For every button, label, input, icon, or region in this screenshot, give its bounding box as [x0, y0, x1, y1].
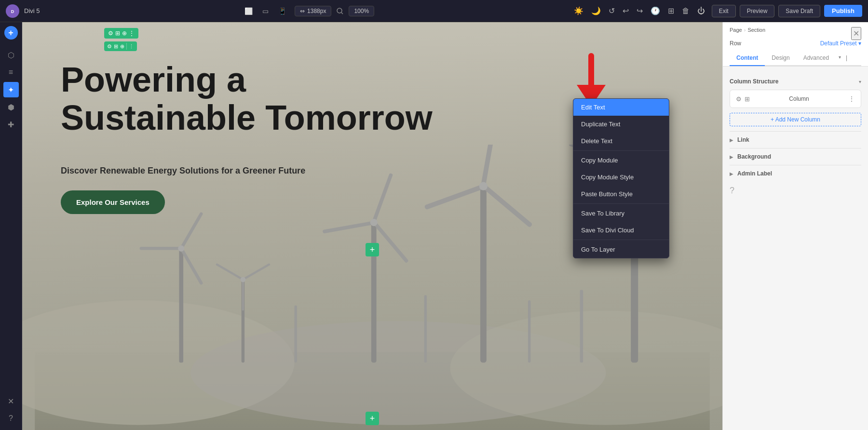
svg-rect-10	[180, 248, 203, 285]
tab-cursor: |	[844, 51, 849, 65]
sidebar-modules-btn[interactable]: ≡	[3, 65, 19, 80]
ctx-go-to-layer[interactable]: Go To Layer	[573, 241, 669, 258]
row-more-icon[interactable]: ⋮	[129, 30, 135, 37]
module-duplicate-icon[interactable]: ⊞	[114, 43, 118, 50]
row-toolbar: ⚙ ⊞ ⊕ ⋮	[104, 28, 138, 39]
row-settings-icon[interactable]: ⚙	[108, 30, 113, 37]
column-row: ⚙ ⊞ Column ⋮	[736, 95, 855, 103]
svg-rect-16	[216, 263, 244, 281]
sidebar-search-btn[interactable]: ⬢	[3, 99, 19, 115]
link-label: Link	[737, 136, 861, 143]
exit-button[interactable]: Exit	[712, 5, 736, 17]
add-row-button[interactable]: +	[366, 243, 379, 256]
layout-icon[interactable]: ⊞	[666, 4, 676, 17]
svg-rect-9	[180, 212, 203, 249]
history-icon[interactable]: 🕐	[649, 4, 662, 17]
ctx-duplicate-text[interactable]: Duplicate Text	[573, 116, 669, 133]
ctx-delete-text[interactable]: Delete Text	[573, 133, 669, 149]
hero-cta-button[interactable]: Explore Our Services	[61, 190, 165, 214]
row-duplicate-icon[interactable]: ⊞	[115, 30, 120, 37]
link-section[interactable]: ▶ Link	[730, 131, 861, 148]
sidebar-help-btn[interactable]: ?	[3, 411, 19, 426]
redo-icon[interactable]: ↪	[635, 4, 645, 17]
ctx-paste-button-style[interactable]: Paste Button Style	[573, 186, 669, 202]
hero-subtitle: Discover Renewable Energy Solutions for …	[61, 166, 350, 176]
desktop-btn[interactable]: ⬜	[241, 5, 256, 17]
add-new-column-button[interactable]: + Add New Column	[730, 113, 861, 126]
panel-body: Column Structure ▾ ⚙ ⊞ Column ⋮ + Add Ne…	[723, 67, 868, 430]
module-more-icon[interactable]: ⋮	[129, 43, 134, 50]
ctx-divider-2	[573, 203, 669, 204]
tab-design[interactable]: Design	[765, 51, 796, 66]
panel-row-area: Row Default Preset ▾	[730, 40, 861, 47]
preview-button[interactable]: Preview	[740, 5, 775, 17]
context-menu: Edit Text Duplicate Text Delete Text Cop…	[573, 98, 669, 258]
svg-rect-34	[424, 295, 427, 363]
ctx-save-to-library[interactable]: Save To Library	[573, 205, 669, 222]
add-element-button[interactable]: +	[4, 26, 18, 40]
tab-more-arrow[interactable]: ▾	[836, 51, 844, 65]
svg-rect-11	[140, 247, 181, 250]
hero-section: ⚙ ⊞ ⊕ ⋮ ⚙ ⊞ ⊕ ⋮ Powering a Sustainable T…	[22, 22, 722, 430]
add-section-button[interactable]: +	[366, 412, 379, 425]
device-buttons: ⬜ ▭ 📱	[241, 5, 290, 17]
topbar-right-buttons: Exit Preview Save Draft Publish	[712, 5, 862, 17]
svg-point-22	[370, 219, 378, 226]
breadcrumb-section[interactable]: Section	[747, 27, 765, 33]
sun-icon[interactable]: ☀️	[572, 4, 585, 17]
svg-text:D: D	[11, 9, 14, 14]
column-icons: ⚙ ⊞	[736, 95, 750, 103]
svg-line-3	[341, 13, 343, 14]
ctx-save-to-cloud[interactable]: Save To Divi Cloud	[573, 222, 669, 239]
undo-history-icon[interactable]: ↺	[607, 4, 617, 17]
column-more-options[interactable]: ⋮	[848, 95, 855, 103]
ctx-copy-module-style[interactable]: Copy Module Style	[573, 169, 669, 186]
sidebar-layout-btn[interactable]: ⬡	[3, 47, 19, 63]
admin-label-section[interactable]: ▶ Admin Label	[730, 165, 861, 182]
sidebar-settings-btn[interactable]: ✚	[3, 117, 19, 132]
tab-content[interactable]: Content	[730, 51, 765, 66]
toolbar-separator	[126, 43, 127, 50]
svg-point-12	[178, 245, 184, 252]
sidebar-active-btn[interactable]: ✦	[3, 82, 19, 97]
left-sidebar: + ⬡ ≡ ✦ ⬢ ✚ ✕ ?	[0, 22, 22, 430]
ctx-copy-module[interactable]: Copy Module	[573, 152, 669, 169]
admin-label-label: Admin Label	[737, 170, 861, 177]
right-panel: Page › Section ✕ Row Default Preset ▾ Co…	[722, 22, 868, 430]
column-structure-section[interactable]: Column Structure ▾	[730, 73, 861, 90]
column-structure-label: Column Structure	[730, 78, 855, 85]
svg-rect-33	[294, 306, 297, 363]
panel-close-button[interactable]: ✕	[851, 27, 861, 40]
column-duplicate-icon[interactable]: ⊞	[745, 95, 750, 103]
sidebar-tools-btn[interactable]: ✕	[3, 393, 19, 409]
save-draft-button[interactable]: Save Draft	[778, 5, 820, 17]
background-arrow: ▶	[730, 154, 733, 160]
panel-row-label: Row	[730, 40, 741, 47]
tab-advanced[interactable]: Advanced	[797, 51, 836, 66]
help-icon[interactable]: ?	[730, 186, 861, 196]
module-settings-icon[interactable]: ⚙	[107, 43, 112, 50]
link-arrow: ▶	[730, 137, 733, 143]
background-section[interactable]: ▶ Background	[730, 148, 861, 165]
row-move-icon[interactable]: ⊕	[122, 30, 127, 37]
app-title: Divi 5	[24, 7, 40, 14]
column-settings-icon[interactable]: ⚙	[736, 95, 742, 103]
panel-tabs: Content Design Advanced ▾ |	[730, 51, 861, 66]
publish-button[interactable]: Publish	[824, 5, 862, 17]
power-icon[interactable]: ⏻	[695, 5, 707, 17]
undo-icon[interactable]: ↩	[621, 4, 631, 17]
width-display: ⇔ 1388px	[295, 6, 331, 16]
svg-rect-20	[373, 221, 409, 263]
moon-icon[interactable]: 🌙	[589, 4, 603, 17]
trash-icon[interactable]: 🗑	[680, 5, 692, 17]
breadcrumb-page[interactable]: Page	[730, 27, 742, 33]
panel-preset[interactable]: Default Preset ▾	[820, 40, 861, 47]
module-move-icon[interactable]: ⊕	[120, 43, 124, 50]
app-icon: D	[6, 4, 19, 18]
canvas-area[interactable]: ⚙ ⊞ ⊕ ⋮ ⚙ ⊞ ⊕ ⋮ Powering a Sustainable T…	[22, 22, 722, 430]
tablet-btn[interactable]: ▭	[259, 5, 272, 17]
module-toolbar: ⚙ ⊞ ⊕ ⋮	[104, 41, 137, 51]
ctx-edit-text[interactable]: Edit Text	[573, 99, 669, 116]
mobile-btn[interactable]: 📱	[275, 5, 290, 17]
svg-rect-36	[580, 290, 583, 363]
